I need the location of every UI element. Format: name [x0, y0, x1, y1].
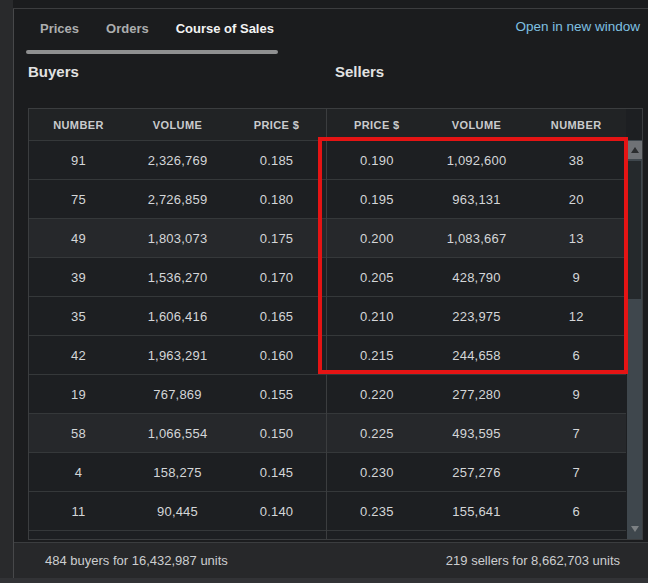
sellers-row[interactable]: 0.215244,6586 — [327, 335, 626, 374]
buyers-cell-price: 0.150 — [227, 426, 326, 441]
buyers-cell-volume: 1,963,291 — [128, 348, 227, 363]
buyers-cell-price: 0.175 — [227, 231, 326, 246]
sellers-cell-volume: 428,790 — [427, 270, 527, 285]
buyers-row[interactable]: 752,726,8590.180 — [29, 179, 326, 218]
scroll-down-icon — [631, 526, 639, 532]
sellers-cell-price: 0.210 — [327, 309, 427, 324]
buyers-cell-price: 0.145 — [227, 465, 326, 480]
sellers-cell-volume: 223,975 — [427, 309, 527, 324]
buyers-row[interactable]: 351,606,4160.165 — [29, 296, 326, 335]
window-bottom-margin — [0, 578, 648, 583]
buyers-summary: 484 buyers for 16,432,987 units — [45, 553, 228, 568]
sellers-cell-price: 0.235 — [327, 504, 427, 519]
buyers-cell-price: 0.155 — [227, 387, 326, 402]
buyers-column-header: VOLUME — [128, 119, 227, 131]
buyers-cell-price: 0.180 — [227, 192, 326, 207]
buyers-partial-row — [29, 530, 326, 539]
sellers-cell-volume: 155,641 — [427, 504, 527, 519]
buyers-cell-price: 0.170 — [227, 270, 326, 285]
sellers-column-header: NUMBER — [526, 119, 626, 131]
buyers-cell-price: 0.140 — [227, 504, 326, 519]
sellers-cell-volume: 1,083,667 — [427, 231, 527, 246]
open-in-new-window-link[interactable]: Open in new window — [515, 19, 640, 34]
sellers-row[interactable]: 0.210223,97512 — [327, 296, 626, 335]
scroll-up-icon — [631, 147, 639, 153]
sellers-cell-number: 9 — [526, 270, 626, 285]
tab-bar: PricesOrdersCourse of Sales — [40, 21, 274, 36]
buyers-row[interactable]: 491,803,0730.175 — [29, 218, 326, 257]
sellers-row[interactable]: 0.1901,092,60038 — [327, 140, 626, 179]
sellers-cell-volume: 277,280 — [427, 387, 527, 402]
buyers-cell-volume: 767,869 — [128, 387, 227, 402]
sellers-cell-number: 38 — [526, 153, 626, 168]
panel-border-left — [13, 8, 14, 578]
buyers-column-header: NUMBER — [29, 119, 128, 131]
sellers-row[interactable]: 0.220277,2809 — [327, 374, 626, 413]
sellers-row[interactable]: 0.230257,2767 — [327, 452, 626, 491]
buyers-cell-number: 75 — [29, 192, 128, 207]
sellers-cell-price: 0.225 — [327, 426, 427, 441]
sellers-row[interactable]: 0.2001,083,66713 — [327, 218, 626, 257]
buyers-row[interactable]: 581,066,5540.150 — [29, 413, 326, 452]
buyers-row[interactable]: 1190,4450.140 — [29, 491, 326, 530]
buyers-cell-number: 49 — [29, 231, 128, 246]
buyers-row[interactable]: 19767,8690.155 — [29, 374, 326, 413]
buyers-table: NUMBERVOLUMEPRICE $ 912,326,7690.185752,… — [28, 108, 327, 540]
buyers-column-header: PRICE $ — [227, 119, 326, 131]
sellers-cell-number: 6 — [526, 348, 626, 363]
buyers-row[interactable]: 421,963,2910.160 — [29, 335, 326, 374]
buyers-row[interactable]: 391,536,2700.170 — [29, 257, 326, 296]
sellers-table: PRICE $VOLUMENUMBER 0.1901,092,600380.19… — [326, 108, 643, 540]
sellers-column-header: PRICE $ — [327, 119, 427, 131]
scrollbar-thumb[interactable] — [628, 161, 641, 299]
buyers-cell-volume: 2,726,859 — [128, 192, 227, 207]
buyers-cell-volume: 2,326,769 — [128, 153, 227, 168]
sellers-row[interactable]: 0.235155,6416 — [327, 491, 626, 530]
buyers-cell-volume: 1,536,270 — [128, 270, 227, 285]
buyers-rows: 912,326,7690.185752,726,8590.180491,803,… — [29, 140, 326, 530]
sellers-cell-price: 0.190 — [327, 153, 427, 168]
sellers-cell-number: 12 — [526, 309, 626, 324]
buyers-cell-volume: 1,066,554 — [128, 426, 227, 441]
sellers-cell-price: 0.230 — [327, 465, 427, 480]
tab-prices[interactable]: Prices — [40, 21, 79, 36]
sellers-cell-price: 0.220 — [327, 387, 427, 402]
sellers-cell-number: 9 — [526, 387, 626, 402]
sellers-summary: 219 sellers for 8,662,703 units — [446, 553, 620, 568]
buyers-cell-number: 91 — [29, 153, 128, 168]
buyers-cell-number: 35 — [29, 309, 128, 324]
buyers-cell-price: 0.185 — [227, 153, 326, 168]
tab-course-of-sales[interactable]: Course of Sales — [176, 21, 274, 36]
sellers-cell-volume: 963,131 — [427, 192, 527, 207]
panel-border-top — [13, 8, 648, 9]
sellers-cell-number: 13 — [526, 231, 626, 246]
buyers-cell-number: 19 — [29, 387, 128, 402]
buyers-row[interactable]: 4158,2750.145 — [29, 452, 326, 491]
sellers-row[interactable]: 0.195963,13120 — [327, 179, 626, 218]
buyers-row[interactable]: 912,326,7690.185 — [29, 140, 326, 179]
sellers-cell-price: 0.205 — [327, 270, 427, 285]
sellers-cell-volume: 1,092,600 — [427, 153, 527, 168]
scroll-down-button[interactable] — [627, 520, 642, 538]
sellers-row[interactable]: 0.205428,7909 — [327, 257, 626, 296]
sellers-row[interactable]: 0.225493,5957 — [327, 413, 626, 452]
sellers-cell-number: 7 — [526, 465, 626, 480]
scrollbar-track[interactable] — [627, 140, 642, 539]
buyers-cell-price: 0.160 — [227, 348, 326, 363]
buyers-cell-volume: 90,445 — [128, 504, 227, 519]
sellers-header-row: PRICE $VOLUMENUMBER — [327, 109, 626, 140]
sellers-rows: 0.1901,092,600380.195963,131200.2001,083… — [327, 140, 626, 530]
summary-footer: 484 buyers for 16,432,987 units 219 sell… — [14, 542, 648, 578]
sellers-cell-number: 20 — [526, 192, 626, 207]
sellers-cell-number: 6 — [526, 504, 626, 519]
sellers-cell-number: 7 — [526, 426, 626, 441]
buyers-cell-number: 11 — [29, 504, 128, 519]
buyers-header-row: NUMBERVOLUMEPRICE $ — [29, 109, 326, 140]
sellers-cell-volume: 493,595 — [427, 426, 527, 441]
scroll-up-button[interactable] — [627, 141, 642, 159]
tab-orders[interactable]: Orders — [106, 21, 149, 36]
sellers-cell-price: 0.215 — [327, 348, 427, 363]
sellers-cell-price: 0.200 — [327, 231, 427, 246]
buyers-cell-volume: 1,606,416 — [128, 309, 227, 324]
buyers-cell-number: 58 — [29, 426, 128, 441]
